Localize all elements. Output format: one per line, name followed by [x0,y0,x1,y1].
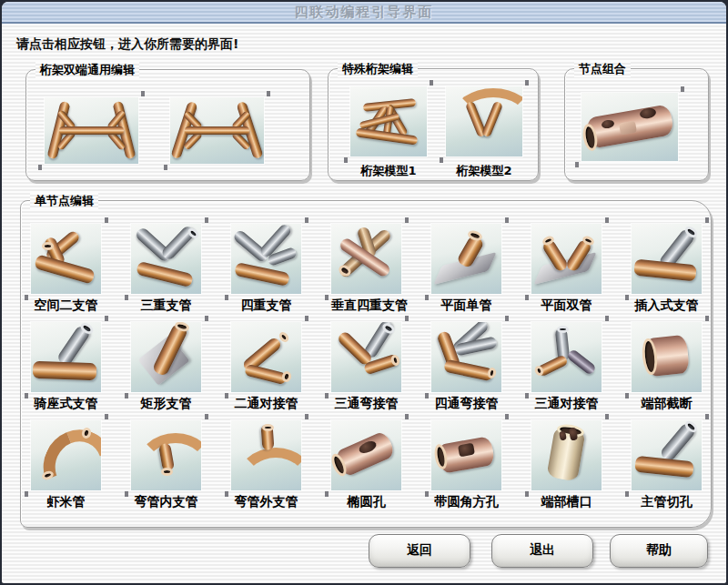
handle-mark [681,86,684,92]
handle-mark [38,165,42,170]
tile-rounded-square-hole[interactable]: 带圆角方孔 [431,420,501,519]
tile-end-slot[interactable]: 端部槽口 [531,420,602,519]
tile-three-way-bend-joint[interactable]: 三通弯接管 [331,322,401,420]
window-title: 四联动编程引导界面 [2,2,726,22]
tile-plane-single[interactable]: 平面单管 [431,224,501,322]
help-button[interactable]: 帮助 [610,534,708,568]
group-truss-special-title: 特殊桁架编辑 [338,61,418,77]
tile-end-truncation[interactable]: 端部截断 [632,322,702,420]
back-button[interactable]: 返回 [369,534,470,568]
group-node-combo-title: 节点组合 [574,61,631,77]
four-way-bend-joint-pipe-icon[interactable] [431,322,501,392]
three-way-bend-joint-pipe-icon[interactable] [331,322,401,392]
inserted-branch-pipe-icon[interactable] [632,224,702,294]
handle-mark [164,165,167,170]
rounded-square-hole-icon[interactable] [431,420,501,490]
combined-node-pipe-icon[interactable] [581,93,678,161]
main-pipe-cut-hole-icon[interactable] [632,420,702,490]
tile-bend-inner-branch[interactable]: 弯管内支管 [131,420,201,519]
tile-quadruple-branch[interactable]: 四重支管 [231,224,301,322]
tile-inserted-branch[interactable]: 插入式支管 [632,224,702,322]
tile-rectangular-branch[interactable]: 矩形支管 [131,322,201,420]
tile-elliptical-hole[interactable]: 椭圆孔 [331,420,401,519]
truss-double-end-model-2-icon[interactable] [170,97,264,164]
vertical-quadruple-branch-pipe-icon[interactable] [331,224,401,294]
handle-mark [430,80,433,86]
tile-four-way-bend-joint[interactable]: 四通弯接管 [431,322,501,420]
special-truss-model-1-icon[interactable] [350,86,427,156]
tile-vertical-quadruple-branch[interactable]: 垂直四重支管 [331,224,401,322]
tile-plane-double[interactable]: 平面双管 [531,224,602,322]
spatial-two-branch-pipe-icon[interactable] [31,224,101,294]
tile-saddle-branch[interactable]: 骑座式支管 [31,322,101,420]
instruction-text: 请点击相应按钮，进入你所需要的界面! [16,36,238,53]
truss-double-end-model-1-icon[interactable] [45,97,138,164]
handle-mark [440,157,443,163]
rectangular-branch-pipe-icon[interactable] [131,322,201,392]
truss-model-2-label: 桁架模型2 [446,163,522,179]
bend-inner-branch-pipe-icon[interactable] [131,420,201,490]
plane-double-pipe-icon[interactable] [531,224,602,294]
group-single-node-title: 单节点编辑 [30,193,98,209]
exit-button[interactable]: 退出 [491,534,593,568]
handle-mark [575,162,579,167]
tile-triple-branch[interactable]: 三重支管 [131,224,201,322]
title-bar: 四联动编程引导界面 [2,2,726,24]
single-node-grid: 空间二支管 三重支管 四重支管 [31,224,728,519]
triple-branch-pipe-icon[interactable] [131,224,201,294]
two-way-butt-joint-pipe-icon[interactable] [231,322,301,392]
tile-main-pipe-cut-hole[interactable]: 主管切孔 [632,420,702,519]
three-way-butt-joint-pipe-icon[interactable] [531,322,602,392]
tile-two-way-butt-joint[interactable]: 二通对接管 [231,322,301,420]
handle-mark [525,80,529,86]
group-truss-general-title: 桁架双端通用编辑 [35,62,139,78]
tile-spatial-two-branch[interactable]: 空间二支管 [31,224,101,322]
special-truss-model-2-icon[interactable] [446,86,522,156]
end-slot-icon[interactable] [531,420,602,490]
tile-segmented-elbow[interactable]: 虾米管 [31,420,101,519]
saddle-branch-pipe-icon[interactable] [31,322,101,392]
handle-mark [267,91,270,96]
plane-single-pipe-icon[interactable] [431,224,501,294]
bend-outer-branch-pipe-icon[interactable] [231,420,301,490]
tile-three-way-butt-joint[interactable]: 三通对接管 [531,322,602,420]
tile-bend-outer-branch[interactable]: 弯管外支管 [231,420,301,519]
quadruple-branch-pipe-icon[interactable] [231,224,301,294]
elliptical-hole-icon[interactable] [331,420,401,490]
end-truncation-icon[interactable] [632,322,702,392]
segmented-elbow-pipe-icon[interactable] [31,420,101,490]
handle-mark [344,157,348,163]
truss-model-1-label: 桁架模型1 [350,163,427,179]
handle-mark [141,91,145,96]
dialog-window: 四联动编程引导界面 请点击相应按钮，进入你所需要的界面! 桁架双端通用编辑 特殊… [0,0,728,585]
